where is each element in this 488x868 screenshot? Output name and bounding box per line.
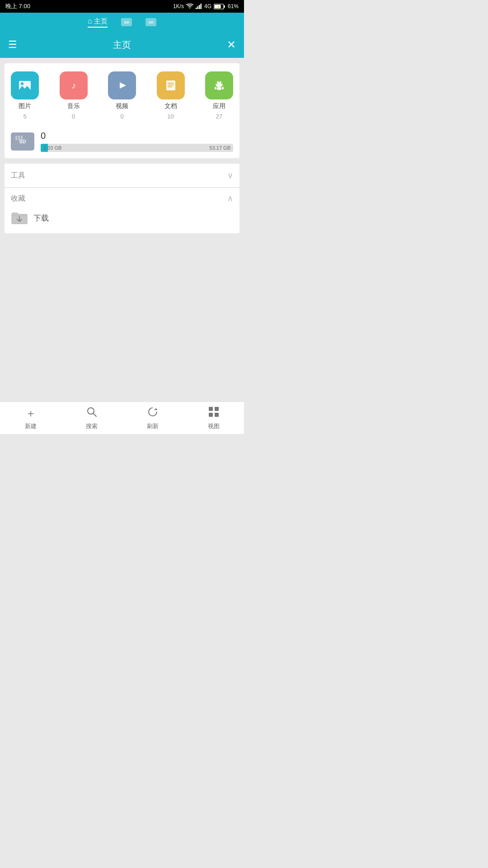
photos-count: 5 (23, 113, 26, 120)
new-plus-icon: ＋ (25, 406, 36, 420)
sd-card-icon: SD (11, 132, 34, 151)
docs-label: 文档 (164, 102, 177, 110)
apps-count: 27 (216, 113, 222, 120)
apps-label: 应用 (213, 102, 225, 110)
svg-rect-0 (196, 8, 197, 9)
media-grid: 图片 5 ♪ 音乐 0 视频 0 (11, 71, 233, 120)
svg-rect-28 (217, 87, 221, 90)
svg-text:⚡: ⚡ (216, 5, 221, 9)
header-triangle-decoration (214, 44, 219, 50)
svg-rect-39 (209, 407, 213, 411)
storage-count: 0 (41, 131, 233, 141)
svg-rect-19 (168, 86, 172, 87)
sd2-icon: SD (145, 18, 156, 26)
nav-new[interactable]: ＋ 新建 (0, 406, 61, 430)
download-folder-icon (11, 211, 28, 225)
tab-sd1[interactable]: SD (121, 18, 132, 26)
media-item-apps[interactable]: 应用 27 (205, 71, 233, 120)
svg-rect-2 (199, 5, 200, 9)
battery-icon: ⚡ (214, 4, 225, 9)
svg-rect-40 (215, 407, 219, 411)
page-title: 主页 (113, 39, 131, 51)
svg-rect-41 (209, 413, 213, 417)
svg-rect-32 (18, 136, 20, 140)
nav-view-label: 视图 (208, 422, 220, 430)
storage-used: 2.03 GB (43, 145, 61, 151)
svg-rect-42 (215, 413, 219, 417)
nav-refresh[interactable]: 刷新 (122, 406, 183, 430)
storage-row: SD 0 2.03 GB 53.17 GB (11, 128, 233, 152)
status-network: 4G (204, 3, 211, 9)
svg-text:♪: ♪ (71, 80, 76, 90)
svg-line-36 (93, 413, 96, 416)
tools-section[interactable]: 工具 ∨ (5, 164, 239, 187)
tools-label: 工具 (11, 171, 25, 180)
menu-icon[interactable]: ☰ (8, 39, 17, 51)
svg-rect-18 (168, 85, 174, 85)
close-icon[interactable]: ✕ (227, 38, 236, 51)
bottom-nav: ＋ 新建 搜索 刷新 视图 (0, 401, 244, 434)
media-item-photos[interactable]: 图片 5 (11, 71, 39, 120)
svg-rect-17 (168, 83, 174, 84)
svg-rect-27 (222, 87, 224, 90)
status-battery: 61% (228, 3, 239, 9)
tools-chevron-down-icon: ∨ (227, 170, 233, 180)
header: ☰ 主页 ✕ (0, 32, 244, 58)
svg-point-23 (221, 83, 223, 85)
bookmarks-header: 收藏 ∧ (11, 193, 233, 203)
sd1-icon: SD (121, 18, 132, 26)
storage-bar: 2.03 GB 53.17 GB (41, 144, 233, 152)
storage-total: 53.17 GB (210, 145, 230, 151)
video-icon (108, 71, 136, 99)
svg-marker-38 (154, 408, 158, 410)
music-icon: ♪ (60, 71, 88, 99)
nav-view[interactable]: 视图 (183, 406, 244, 430)
main-card: 图片 5 ♪ 音乐 0 视频 0 (5, 63, 239, 158)
media-item-video[interactable]: 视频 0 (108, 71, 136, 120)
video-label: 视频 (116, 102, 128, 110)
downloads-item[interactable]: 下载 (11, 209, 233, 227)
nav-search[interactable]: 搜索 (61, 406, 122, 430)
svg-rect-26 (215, 87, 216, 90)
media-item-docs[interactable]: 文档 10 (157, 71, 185, 120)
docs-icon (157, 71, 185, 99)
tab-bar: ⌂ 主页 SD SD (0, 13, 244, 32)
nav-new-label: 新建 (25, 422, 37, 430)
svg-rect-3 (200, 4, 202, 9)
video-count: 0 (120, 113, 123, 120)
svg-text:SD: SD (19, 139, 26, 144)
svg-rect-5 (224, 5, 225, 8)
storage-bar-labels: 2.03 GB 53.17 GB (41, 145, 233, 151)
nav-refresh-label: 刷新 (147, 422, 159, 430)
svg-point-21 (216, 82, 223, 87)
signal-icon (196, 4, 202, 9)
status-right: 1K/s 4G ⚡ 61% (173, 3, 239, 9)
photos-icon (11, 71, 39, 99)
svg-rect-33 (21, 136, 23, 140)
docs-count: 10 (167, 113, 174, 120)
status-time: 晚上 7:00 (5, 2, 30, 10)
bookmarks-label: 收藏 (11, 194, 25, 203)
music-label: 音乐 (67, 102, 80, 110)
downloads-label: 下载 (33, 213, 49, 223)
svg-point-10 (21, 82, 23, 85)
photos-label: 图片 (19, 102, 31, 110)
status-speed: 1K/s (173, 3, 184, 9)
media-item-music[interactable]: ♪ 音乐 0 (60, 71, 88, 120)
nav-search-label: 搜索 (86, 422, 98, 430)
svg-rect-31 (15, 136, 17, 140)
svg-point-22 (216, 83, 217, 85)
storage-info: 0 2.03 GB 53.17 GB (41, 131, 233, 152)
wifi-icon (186, 4, 193, 9)
bookmarks-section: 收藏 ∧ 下载 (5, 188, 239, 233)
bookmarks-chevron-up-icon[interactable]: ∧ (227, 193, 233, 203)
tab-sd2[interactable]: SD (145, 18, 156, 26)
music-count: 0 (72, 113, 75, 120)
tab-home[interactable]: ⌂ 主页 (88, 17, 108, 28)
refresh-icon (147, 406, 159, 420)
search-icon (86, 406, 98, 420)
grid-view-icon (208, 406, 220, 420)
svg-rect-1 (197, 6, 198, 9)
tab-home-label: 主页 (94, 17, 108, 26)
apps-icon (205, 71, 233, 99)
